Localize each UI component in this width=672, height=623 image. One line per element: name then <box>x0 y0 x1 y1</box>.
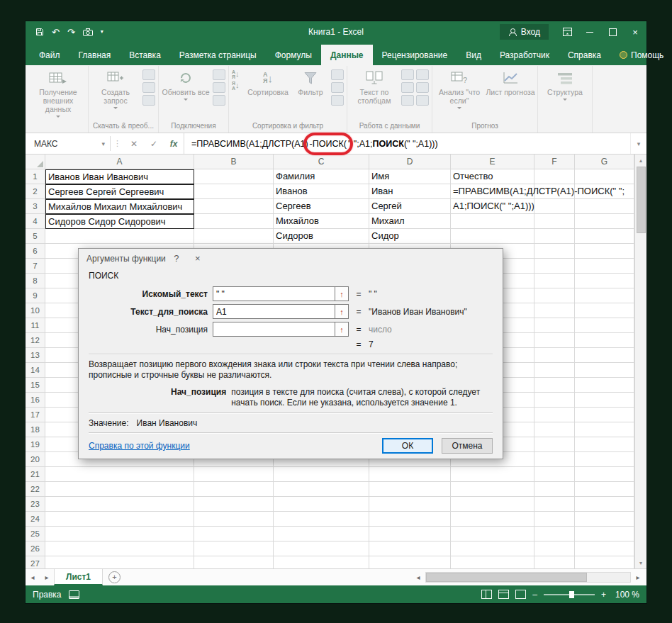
cell-B27[interactable] <box>194 556 274 568</box>
tab-page-layout[interactable]: Разметка страницы <box>170 45 266 65</box>
undo-icon[interactable]: ↶ <box>52 28 60 37</box>
cell-B3[interactable] <box>194 199 274 214</box>
get-external-data-button[interactable]: Получение внешних данных <box>30 66 86 120</box>
tab-assistant[interactable]: Помощь <box>610 45 672 65</box>
cell-G15[interactable] <box>575 378 634 393</box>
zoom-level-label[interactable]: 100 % <box>612 590 639 600</box>
flash-fill-icon[interactable] <box>401 69 414 80</box>
cell-D3[interactable]: Сергей <box>369 199 451 214</box>
relationships-icon[interactable] <box>401 95 414 106</box>
sort-za-icon[interactable]: ЯА ↓ <box>232 81 243 90</box>
cell-B26[interactable] <box>194 541 274 556</box>
cell-C5[interactable]: Сидоров <box>274 229 369 244</box>
add-sheet-button[interactable]: + <box>108 571 121 583</box>
cell-G7[interactable] <box>575 259 634 274</box>
recent-sources-icon[interactable] <box>142 95 155 106</box>
what-if-button[interactable]: ? Анализ "что если" <box>434 66 485 120</box>
cell-F26[interactable] <box>534 541 575 556</box>
insert-function-button[interactable]: fx <box>164 133 184 154</box>
cell-C3[interactable]: Сергеев <box>274 199 369 214</box>
cell-D5[interactable]: Сидор <box>369 229 451 244</box>
cell-C4[interactable]: Михайлов <box>274 214 369 229</box>
cell-G12[interactable] <box>575 333 634 348</box>
cell-D22[interactable] <box>369 482 451 497</box>
sign-in-button[interactable]: Вход <box>500 24 549 40</box>
row-header-6[interactable]: 6 <box>26 244 45 259</box>
row-header-21[interactable]: 21 <box>26 467 45 482</box>
properties-icon[interactable] <box>213 82 225 93</box>
hscroll-left-icon[interactable]: ◂ <box>411 573 425 581</box>
column-header-A[interactable]: A <box>45 155 194 169</box>
sort-az-icon[interactable]: АЯ ↓ <box>232 69 243 79</box>
cell-A5[interactable] <box>45 229 194 244</box>
zoom-slider-thumb[interactable] <box>569 591 574 598</box>
arg-input-nach-pozitsiya[interactable] <box>213 322 335 337</box>
cell-F13[interactable] <box>534 348 575 363</box>
cell-G23[interactable] <box>575 497 634 512</box>
cell-F19[interactable] <box>534 437 575 452</box>
dialog-help-icon[interactable]: ? <box>166 249 187 268</box>
cell-A21[interactable] <box>45 467 194 482</box>
tab-data[interactable]: Данные <box>321 45 373 65</box>
from-table-icon[interactable] <box>142 82 155 93</box>
row-header-4[interactable]: 4 <box>26 214 45 229</box>
cell-E24[interactable] <box>451 512 534 527</box>
cell-E26[interactable] <box>451 541 534 556</box>
name-box[interactable]: МАКС ▾ <box>26 133 110 154</box>
cell-E1[interactable]: Отчество <box>451 169 534 184</box>
sheet-tab-list1[interactable]: Лист1 <box>54 569 103 585</box>
row-header-7[interactable]: 7 <box>26 259 45 274</box>
cell-D4[interactable]: Михаил <box>369 214 451 229</box>
new-query-button[interactable]: Создать запрос <box>90 66 141 120</box>
row-header-20[interactable]: 20 <box>26 452 45 467</box>
cell-E27[interactable] <box>451 556 534 568</box>
column-header-F[interactable]: F <box>534 155 575 169</box>
row-header-12[interactable]: 12 <box>26 333 45 348</box>
row-header-17[interactable]: 17 <box>26 408 45 422</box>
cell-B5[interactable] <box>194 229 274 244</box>
cell-A23[interactable] <box>45 497 194 512</box>
cell-G17[interactable] <box>575 408 634 422</box>
cell-E21[interactable] <box>451 467 534 482</box>
cell-D1[interactable]: Имя <box>369 169 451 184</box>
tab-review[interactable]: Рецензирование <box>373 45 457 65</box>
cell-G19[interactable] <box>575 437 634 452</box>
consolidate-icon[interactable] <box>416 82 429 93</box>
cell-G10[interactable] <box>575 303 634 318</box>
row-header-22[interactable]: 22 <box>26 482 45 497</box>
vscroll-down-icon[interactable]: ▾ <box>635 557 646 568</box>
cell-F14[interactable] <box>534 363 575 378</box>
cell-F21[interactable] <box>534 467 575 482</box>
data-validation-icon[interactable] <box>401 82 414 93</box>
cell-C27[interactable] <box>274 556 369 568</box>
row-header-11[interactable]: 11 <box>26 318 45 333</box>
vscroll-up-icon[interactable]: ▴ <box>635 155 646 166</box>
function-help-link[interactable]: Справка по этой функции <box>89 441 190 451</box>
cell-A1[interactable]: Иванов Иван Иванович <box>45 169 194 184</box>
column-header-E[interactable]: E <box>451 155 534 169</box>
row-header-26[interactable]: 26 <box>26 541 45 556</box>
cell-G14[interactable] <box>575 363 634 378</box>
column-header-G[interactable]: G <box>575 155 634 169</box>
formula-bar-resize-handle[interactable]: ⋮ <box>111 133 124 154</box>
cell-F1[interactable] <box>534 169 575 184</box>
vertical-scrollbar[interactable]: ▴ ▾ <box>634 155 646 568</box>
row-header-2[interactable]: 2 <box>26 184 45 199</box>
cell-E4[interactable] <box>451 214 534 229</box>
cell-B25[interactable] <box>194 527 274 541</box>
page-layout-view-icon[interactable] <box>498 590 509 599</box>
cell-C1[interactable]: Фамилия <box>274 169 369 184</box>
cell-F15[interactable] <box>534 378 575 393</box>
row-header-25[interactable]: 25 <box>26 527 45 541</box>
tab-developer[interactable]: Разработчик <box>491 45 559 65</box>
tab-view[interactable]: Вид <box>457 45 491 65</box>
remove-duplicates-icon[interactable] <box>416 69 429 80</box>
zoom-slider[interactable] <box>544 594 595 595</box>
cell-F10[interactable] <box>534 303 575 318</box>
manage-data-model-icon[interactable] <box>416 95 429 106</box>
cell-E2[interactable]: =ПРАВСИМВ(A1;ДЛСТР(A1)-ПОИСК(" "; <box>451 184 534 199</box>
collapse-dialog-icon[interactable]: ↑ <box>335 304 349 319</box>
cell-F9[interactable] <box>534 288 575 303</box>
cell-A24[interactable] <box>45 512 194 527</box>
cell-F24[interactable] <box>534 512 575 527</box>
